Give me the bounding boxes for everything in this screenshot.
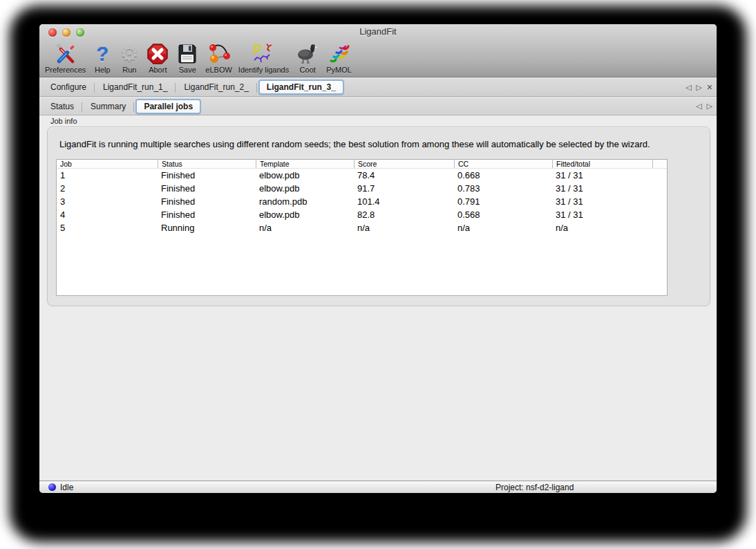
jobs-table[interactable]: Job Status Template Score CC Fitted/tota…: [56, 159, 668, 296]
column-header-score[interactable]: Score: [354, 160, 454, 168]
tab-scroll-left-icon[interactable]: ◁: [686, 84, 691, 91]
table-cell: 2: [57, 182, 158, 195]
sub-tab-bar: Status Summary Parallel jobs ◁ ▷: [39, 97, 717, 115]
coot-button[interactable]: Coot: [295, 41, 320, 74]
gear-icon: ⚙: [119, 41, 140, 66]
subtab-scroll-right-icon[interactable]: ▷: [707, 102, 712, 110]
help-button[interactable]: ? Help: [92, 41, 113, 74]
sub-tab-nav: ◁ ▷: [696, 97, 712, 115]
table-cell: 0.783: [454, 182, 552, 195]
table-row[interactable]: 5Runningn/an/an/an/a: [57, 221, 667, 234]
ligands-icon: [238, 41, 289, 66]
pymol-button[interactable]: PyMOL: [326, 41, 352, 74]
status-text: Idle: [60, 483, 73, 492]
table-cell-filler: [652, 182, 667, 195]
job-description-text: LigandFit is running multiple searches u…: [59, 139, 650, 149]
tab-scroll-right-icon[interactable]: ▷: [696, 84, 701, 91]
screenshot-stage: LigandFit: [0, 0, 756, 549]
table-cell: elbow.pdb: [256, 169, 354, 182]
table-body: 1Finishedelbow.pdb78.40.66831 / 312Finis…: [57, 169, 667, 234]
stop-x-icon: [146, 41, 169, 66]
toolbar-item-label: PyMOL: [326, 66, 352, 74]
table-cell: 82.8: [354, 208, 454, 221]
subtab-scroll-left-icon[interactable]: ◁: [696, 102, 701, 110]
table-cell: n/a: [552, 221, 652, 234]
table-cell: 1: [57, 169, 158, 182]
table-cell: elbow.pdb: [256, 208, 354, 221]
tab-summary[interactable]: Summary: [82, 99, 134, 114]
toolbar-item-label: Abort: [149, 66, 167, 74]
table-cell: 31 / 31: [552, 182, 652, 195]
run-button[interactable]: ⚙ Run: [119, 41, 140, 74]
table-cell: 91.7: [354, 182, 454, 195]
table-cell: n/a: [354, 221, 454, 234]
table-cell: 0.791: [454, 195, 552, 208]
floppy-disk-icon: [176, 41, 199, 66]
tab-parallel-jobs[interactable]: Parallel jobs: [135, 99, 201, 114]
question-mark-icon: ?: [92, 41, 113, 66]
table-cell: random.pdb: [256, 195, 354, 208]
table-cell-filler: [652, 208, 667, 221]
toolbar: Preferences ? Help ⚙ Run: [39, 39, 717, 77]
table-cell: 101.4: [354, 195, 454, 208]
elbow-button[interactable]: eLBOW: [205, 41, 232, 74]
table-header-row: Job Status Template Score CC Fitted/tota…: [57, 160, 667, 169]
groupbox-label: Job info: [50, 117, 77, 125]
main-tab-bar: Configure LigandFit_run_1_ LigandFit_run…: [39, 78, 717, 97]
table-cell: Finished: [158, 169, 256, 182]
tab-ligandfit-run-2[interactable]: LigandFit_run_2_: [176, 80, 256, 95]
table-cell: 31 / 31: [552, 169, 652, 182]
toolbar-item-label: Coot: [300, 66, 316, 74]
tab-ligandfit-run-3[interactable]: LigandFit_run_3_: [258, 80, 344, 95]
main-tab-nav: ◁ ▷ ×: [686, 78, 712, 96]
table-cell: elbow.pdb: [256, 182, 354, 195]
window-title: LigandFit: [39, 26, 717, 37]
abort-button[interactable]: Abort: [146, 41, 169, 74]
table-cell-filler: [652, 221, 667, 234]
molecule-icon: [205, 41, 232, 66]
tab-configure[interactable]: Configure: [42, 80, 95, 95]
status-bar: Idle Project: nsf-d2-ligand: [39, 481, 717, 493]
table-row[interactable]: 3Finishedrandom.pdb101.40.79131 / 31: [57, 195, 667, 208]
toolbar-item-label: Identify ligands: [238, 66, 289, 74]
window-chrome: LigandFit: [39, 24, 717, 77]
tab-status[interactable]: Status: [42, 99, 82, 114]
save-button[interactable]: Save: [176, 41, 199, 74]
ligandfit-window: LigandFit: [39, 24, 717, 493]
table-cell: 0.568: [454, 208, 552, 221]
column-header-cc[interactable]: CC: [454, 160, 552, 168]
table-row[interactable]: 1Finishedelbow.pdb78.40.66831 / 31: [57, 169, 667, 182]
tab-ligandfit-run-1[interactable]: LigandFit_run_1_: [95, 80, 176, 95]
tools-icon: [45, 41, 86, 66]
table-row[interactable]: 2Finishedelbow.pdb91.70.78331 / 31: [57, 182, 667, 195]
idle-status-dot-icon: [48, 483, 56, 491]
project-label: Project: nsf-d2-ligand: [495, 483, 574, 492]
coot-bird-icon: [295, 41, 320, 66]
table-cell: Running: [158, 221, 256, 234]
parallel-jobs-panel: Job info LigandFit is running multiple s…: [39, 115, 717, 481]
table-cell-filler: [652, 169, 667, 182]
table-cell: 78.4: [354, 169, 454, 182]
column-header-job[interactable]: Job: [57, 160, 158, 168]
table-cell: Finished: [158, 195, 256, 208]
title-bar[interactable]: LigandFit: [39, 24, 717, 39]
toolbar-item-label: Help: [95, 66, 111, 74]
table-cell: n/a: [454, 221, 552, 234]
table-cell: n/a: [256, 221, 354, 234]
table-cell: 4: [57, 208, 158, 221]
tab-close-icon[interactable]: ×: [707, 82, 712, 92]
column-header-template[interactable]: Template: [256, 160, 354, 168]
preferences-button[interactable]: Preferences: [45, 41, 86, 74]
column-header-status[interactable]: Status: [158, 160, 256, 168]
table-cell: 0.668: [454, 169, 552, 182]
table-cell: Finished: [158, 208, 256, 221]
rainbow-ribbon-icon: [326, 41, 352, 66]
job-info-groupbox: LigandFit is running multiple searches u…: [47, 127, 710, 306]
table-cell: 5: [57, 221, 158, 234]
table-row[interactable]: 4Finishedelbow.pdb82.80.56831 / 31: [57, 208, 667, 221]
table-cell: 31 / 31: [552, 195, 652, 208]
column-header-fitted-total[interactable]: Fitted/total: [552, 160, 652, 168]
toolbar-item-label: Save: [179, 66, 196, 74]
identify-ligands-button[interactable]: Identify ligands: [238, 41, 289, 74]
table-cell: 3: [57, 195, 158, 208]
